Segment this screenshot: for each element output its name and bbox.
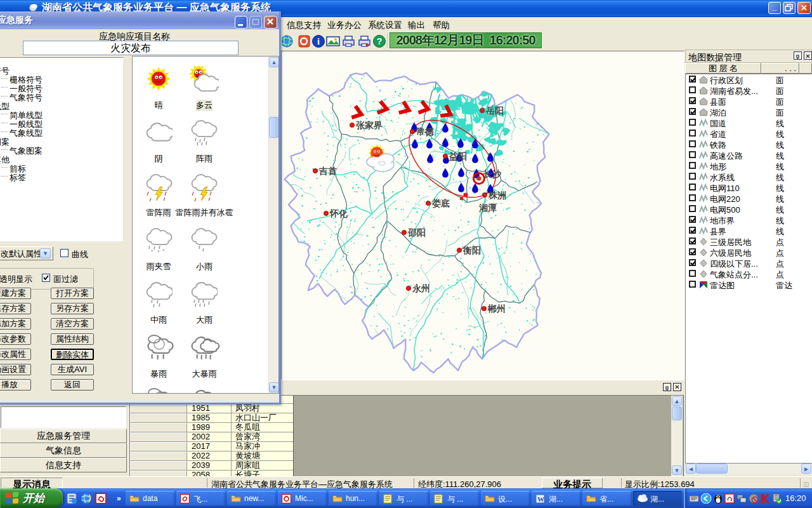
svg-text:常德: 常德 (416, 126, 434, 137)
svg-text:邵阳: 邵阳 (407, 227, 426, 237)
svg-text:*: * (157, 249, 160, 255)
svg-text:张家界: 张家界 (356, 120, 383, 130)
svg-text:衡阳: 衡阳 (462, 245, 481, 255)
svg-text:»: » (117, 494, 121, 503)
svg-text:永州: 永州 (412, 283, 430, 293)
svg-text:长沙: 长沙 (483, 169, 502, 179)
svg-text:*: * (151, 248, 154, 255)
svg-text:株洲: 株洲 (488, 190, 506, 200)
svg-text:岳阳: 岳阳 (485, 105, 504, 116)
svg-text:吉首: 吉首 (318, 166, 337, 176)
svg-text:怀化: 怀化 (329, 208, 348, 218)
svg-text:湘潭: 湘潭 (478, 203, 497, 213)
svg-text:*: * (162, 248, 165, 254)
svg-text:郴州: 郴州 (487, 304, 506, 314)
svg-text:i: i (317, 37, 320, 46)
svg-text:益阳: 益阳 (449, 151, 467, 161)
svg-text:?: ? (377, 36, 383, 46)
svg-text:娄底: 娄底 (432, 198, 450, 208)
svg-text:W: W (537, 495, 544, 503)
